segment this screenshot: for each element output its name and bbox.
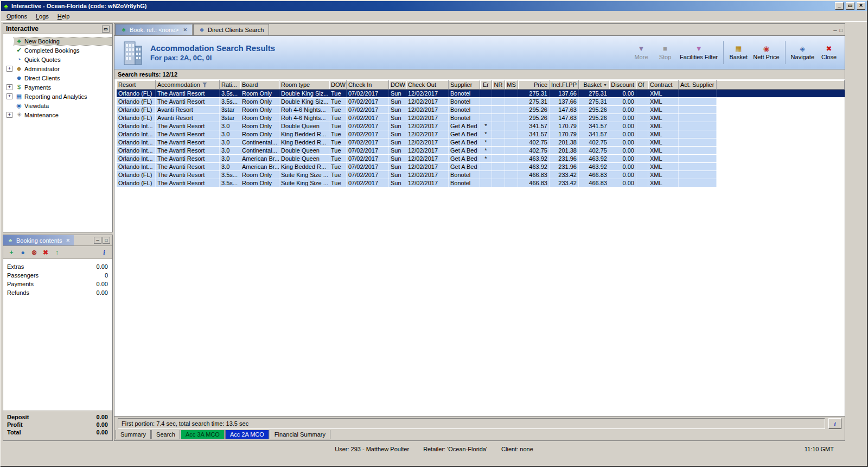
result-row[interactable]: Orlando Int...The Avanti Resort3.0Americ… [117, 155, 845, 163]
booking-row-payments[interactable]: Payments0.00 [3, 280, 112, 288]
cell-dow: Tue [329, 90, 347, 97]
result-row[interactable]: Orlando (FL)The Avanti Resort3.5s...Room… [117, 90, 845, 98]
sidebar-item-completed-bookings[interactable]: ✔Completed Bookings [3, 46, 112, 55]
booking-minimize-button[interactable]: ─ [94, 237, 101, 244]
column-header-accommodation[interactable]: Accommodation [156, 80, 220, 90]
result-row[interactable]: Orlando (FL)The Avanti Resort3.5s...Room… [117, 179, 845, 187]
bottom-tab-acc-2a-mco[interactable]: Acc 2A MCO [225, 430, 269, 439]
column-header-er[interactable]: Er [480, 80, 492, 90]
sidebar-item-quick-quotes[interactable]: ◔Quick Quotes [3, 55, 112, 64]
sidebar-item-maintenance[interactable]: +✳Maintenance [3, 110, 112, 119]
cell-act-supplier [679, 90, 717, 97]
tab-book-ref-none[interactable]: ♣Book. ref.: <none>✕ [115, 24, 193, 35]
navigate-button[interactable]: ◈Navigate [791, 45, 814, 60]
cell-act-supplier [679, 138, 717, 146]
delete-button[interactable]: ✖ [42, 249, 49, 256]
column-header-dow[interactable]: DOW [389, 80, 406, 90]
bottom-tab-acc-3a-mco[interactable]: Acc 3A MCO [181, 430, 225, 439]
expander-icon[interactable]: + [7, 112, 12, 118]
nett-price-button[interactable]: ◉Nett Price [753, 45, 779, 60]
result-row[interactable]: Orlando (FL)The Avanti Resort3.5s...Room… [117, 98, 845, 106]
tabstrip-minimize-button[interactable]: ─ [833, 28, 839, 35]
column-header-price[interactable]: Price [518, 80, 550, 90]
column-header-act-supplier[interactable]: Act. Supplier [679, 80, 717, 90]
column-header-rati[interactable]: Rati... [220, 80, 240, 90]
booking-row-extras[interactable]: Extras0.00 [3, 262, 112, 271]
column-header-nr[interactable]: NR [492, 80, 505, 90]
bottom-tab-search[interactable]: Search [151, 430, 180, 439]
result-row[interactable]: Orlando Int...The Avanti Resort3.0Americ… [117, 163, 845, 171]
panel-collapse-button[interactable]: ▭ [102, 26, 110, 33]
expander-icon[interactable]: + [7, 84, 12, 90]
column-header-incl-fl-pp[interactable]: Incl.Fl.PP [550, 80, 579, 90]
expander-icon[interactable]: + [7, 93, 12, 99]
cell-room-type: Suite King Size ... [279, 179, 329, 187]
info-button[interactable]: i [828, 418, 841, 429]
cell-nr [492, 90, 505, 97]
result-row[interactable]: Orlando (FL)Avanti Resort3starRoom OnlyR… [117, 106, 845, 114]
booking-maximize-button[interactable]: □ [103, 237, 110, 244]
bottom-tab-financial-summary[interactable]: Financial Summary [270, 430, 330, 439]
cell-resort: Orlando (FL) [117, 171, 156, 179]
close-window-button[interactable]: ✕ [857, 2, 865, 10]
column-header-room-type[interactable]: Room type [279, 80, 329, 90]
booking-total-profit: Profit0.00 [7, 421, 108, 428]
result-row[interactable]: Orlando Int...The Avanti Resort3.0Contin… [117, 147, 845, 155]
sidebar-item-new-booking[interactable]: ♣New Booking [3, 36, 112, 46]
close-button[interactable]: ✖Close [820, 45, 838, 60]
column-header-ms[interactable]: MS [505, 80, 518, 90]
filter-funnel-icon[interactable] [202, 83, 207, 87]
column-header-resort[interactable]: Resort [117, 80, 156, 90]
sidebar-item-viewdata[interactable]: ◉Viewdata [3, 101, 112, 110]
search-remove-button[interactable]: ⊗ [31, 249, 37, 256]
column-header-supplier[interactable]: Supplier [449, 80, 480, 90]
add-button[interactable]: + [8, 249, 15, 256]
bottom-tab-summary[interactable]: Summary [116, 430, 151, 439]
result-row[interactable]: Orlando Int...The Avanti Resort3.0Room O… [117, 122, 845, 130]
column-header-contract[interactable]: Contract [648, 80, 679, 90]
result-row[interactable]: Orlando Int...The Avanti Resort3.0Contin… [117, 138, 845, 147]
column-header-basket[interactable]: Basket▼ [579, 80, 609, 90]
export-button[interactable]: ↑ [54, 249, 60, 256]
menu-help[interactable]: Help [54, 12, 74, 21]
cell-price: 341.57 [518, 122, 550, 130]
facilities-filter-button[interactable]: ▼Facilities Filter [680, 45, 718, 60]
column-header-check-out[interactable]: Check Out [406, 80, 449, 90]
column-header-board[interactable]: Board [240, 80, 279, 90]
tab-close-icon[interactable]: ✕ [182, 27, 188, 33]
stop-button: ■Stop [656, 45, 674, 60]
booking-total-deposit: Deposit0.00 [7, 413, 108, 421]
result-row[interactable]: Orlando Int...The Avanti Resort3.0Room O… [117, 130, 845, 138]
column-header-discount[interactable]: Discount [609, 80, 636, 90]
tab-direct-clients-search[interactable]: ☻Direct Clients Search [193, 24, 269, 35]
minimize-button[interactable]: _ [835, 2, 844, 10]
info-button[interactable]: i [101, 249, 107, 256]
column-header-of[interactable]: Of [636, 80, 648, 90]
cell-nr [492, 122, 505, 130]
expander-icon[interactable]: + [7, 66, 12, 72]
booking-contents-tab[interactable]: ♣ Booking contents ✕ [3, 235, 74, 245]
sidebar-item-payments[interactable]: +$Payments [3, 83, 112, 92]
tabstrip-maximize-button[interactable]: □ [840, 28, 845, 35]
world-button[interactable]: ● [20, 249, 26, 256]
cell-resort: Orlando Int... [117, 122, 156, 130]
sidebar-item-reporting-and-analytics[interactable]: +▦Reporting and Analytics [3, 92, 112, 101]
result-row[interactable]: Orlando (FL)The Avanti Resort3.5s...Room… [117, 171, 845, 179]
app-window: ♣ Interactive - Ocean-Florida (code: wN2… [0, 0, 868, 467]
column-header-dow[interactable]: DOW [329, 80, 347, 90]
booking-contents-close-icon[interactable]: ✕ [65, 238, 70, 243]
result-row[interactable]: Orlando (FL)Avanti Resort3starRoom OnlyR… [117, 114, 845, 122]
cell-check-out: 12/02/2017 [406, 90, 449, 97]
column-header-check-in[interactable]: Check In [347, 80, 389, 90]
menu-logs[interactable]: Logs [32, 12, 53, 21]
booking-row-refunds[interactable]: Refunds0.00 [3, 288, 112, 297]
sidebar-item-direct-clients[interactable]: ☻Direct Clients [3, 73, 112, 83]
tree-item-content: ☻Administrator [14, 65, 112, 73]
maximize-button[interactable]: ▭ [846, 2, 854, 10]
menu-options[interactable]: Options [3, 12, 31, 21]
booking-row-passengers[interactable]: Passengers0 [3, 271, 112, 280]
basket-button[interactable]: ▦Basket [729, 45, 748, 60]
toolbar-button-label: Navigate [791, 54, 814, 60]
cell-check-in: 07/02/2017 [347, 138, 389, 146]
sidebar-item-administrator[interactable]: +☻Administrator [3, 64, 112, 73]
